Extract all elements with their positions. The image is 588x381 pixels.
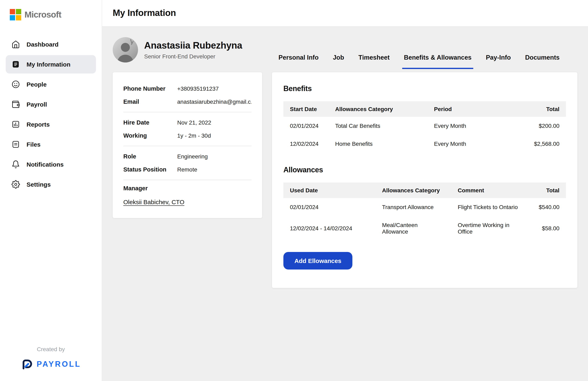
gear-icon xyxy=(11,180,20,189)
tab-benefits-allowances[interactable]: Benefits & Allowances xyxy=(402,54,473,69)
allowances-table: Used Date Allowances Category Comment To… xyxy=(283,183,566,240)
field-value: +380935191237 xyxy=(177,85,252,92)
app-window: Microsoft Dashboard My Information Peopl xyxy=(0,0,588,381)
column-header: Allowances Category xyxy=(329,101,427,117)
cell: 02/01/2024 xyxy=(283,198,376,216)
field-value: Nov 21, 2022 xyxy=(177,119,252,126)
field-role: Role Engineering xyxy=(123,150,252,163)
cell: $58.00 xyxy=(532,216,566,240)
benefits-allowances-card: Benefits Start Date Allowances Category … xyxy=(272,72,577,288)
content: Anastasiia Rubezhyna Senior Front-End De… xyxy=(102,26,588,298)
field-label: Email xyxy=(123,98,177,105)
field-status-position: Status Position Remote xyxy=(123,163,252,176)
microsoft-logo-text: Microsoft xyxy=(24,10,61,20)
field-email: Email anastasiarubezhina@gmail.c... xyxy=(123,95,252,108)
info-card: Phone Number +380935191237 Email anastas… xyxy=(113,72,262,218)
manager-link[interactable]: Oleksii Babichev, CTO xyxy=(123,198,184,205)
sidebar-item-label: People xyxy=(26,81,46,88)
payroll-logo: PAYROLL xyxy=(0,358,102,370)
cell: Every Month xyxy=(427,117,504,135)
avatar xyxy=(113,37,138,63)
created-by-text: Created by xyxy=(0,346,102,352)
cell: $200.00 xyxy=(504,117,566,135)
divider xyxy=(123,146,252,146)
wallet-icon xyxy=(11,100,20,109)
sidebar-nav: Dashboard My Information People Payroll xyxy=(0,35,102,193)
bell-icon xyxy=(11,160,20,169)
profile-text: Anastasiia Rubezhyna Senior Front-End De… xyxy=(144,40,242,60)
sidebar-item-settings[interactable]: Settings xyxy=(6,175,96,193)
cell: Flight Tickets to Ontario xyxy=(451,198,532,216)
tab-personal-info[interactable]: Personal Info xyxy=(277,54,320,69)
sidebar-item-reports[interactable]: Reports xyxy=(6,115,96,133)
sidebar-item-notifications[interactable]: Notifications xyxy=(6,155,96,173)
cell: 12/02/2024 - 14/02/2024 xyxy=(283,216,376,240)
bar-chart-icon xyxy=(11,120,20,129)
profile-job-title: Senior Front-End Developer xyxy=(144,53,242,60)
field-value: Engineering xyxy=(177,153,252,160)
cell: $540.00 xyxy=(532,198,566,216)
cell: Total Car Benefits xyxy=(329,117,427,135)
cell: Transport Allowance xyxy=(376,198,451,216)
sidebar-item-label: Files xyxy=(26,141,41,148)
microsoft-logo: Microsoft xyxy=(0,0,102,28)
allowances-heading: Allowances xyxy=(283,166,566,174)
field-label: Status Position xyxy=(123,166,177,173)
sidebar-item-my-information[interactable]: My Information xyxy=(6,55,96,73)
benefits-table: Start Date Allowances Category Period To… xyxy=(283,101,566,153)
table-row: 02/01/2024 Transport Allowance Flight Ti… xyxy=(283,198,566,216)
payroll-logo-icon xyxy=(21,358,33,370)
field-value: 1y - 2m - 30d xyxy=(177,132,252,139)
sidebar-item-label: My Information xyxy=(26,61,70,68)
add-allowances-button[interactable]: Add Ellowances xyxy=(283,252,352,270)
microsoft-logo-icon xyxy=(10,9,21,21)
cell: Every Month xyxy=(427,135,504,153)
column-header: Period xyxy=(427,101,504,117)
sidebar-item-files[interactable]: Files xyxy=(6,135,96,153)
column-header: Total xyxy=(504,101,566,117)
table-header-row: Start Date Allowances Category Period To… xyxy=(283,101,566,117)
divider xyxy=(123,112,252,112)
sidebar-item-label: Reports xyxy=(26,121,50,128)
field-label: Hire Date xyxy=(123,119,177,126)
manager-label: Manager xyxy=(123,185,252,191)
journal-icon xyxy=(11,60,20,69)
field-label: Role xyxy=(123,153,177,160)
column-header: Start Date xyxy=(283,101,329,117)
cell: Meal/Canteen Allowance xyxy=(376,216,451,240)
tab-job[interactable]: Job xyxy=(331,54,346,69)
sidebar-item-label: Dashboard xyxy=(26,41,59,48)
sidebar-item-people[interactable]: People xyxy=(6,75,96,93)
home-icon xyxy=(11,40,20,49)
column-header: Total xyxy=(532,183,566,198)
field-working: Working 1y - 2m - 30d xyxy=(123,129,252,142)
cell: Home Benefits xyxy=(329,135,427,153)
cell: 02/01/2024 xyxy=(283,117,329,135)
sidebar-item-label: Payroll xyxy=(26,101,47,108)
table-row: 02/01/2024 Total Car Benefits Every Mont… xyxy=(283,117,566,135)
tab-documents[interactable]: Documents xyxy=(524,54,561,69)
sidebar-item-payroll[interactable]: Payroll xyxy=(6,95,96,113)
profile-name: Anastasiia Rubezhyna xyxy=(144,40,242,51)
payroll-logo-text: PAYROLL xyxy=(37,360,81,369)
table-row: 12/02/2024 Home Benefits Every Month $2,… xyxy=(283,135,566,153)
sidebar-item-label: Settings xyxy=(26,181,51,188)
field-label: Phone Number xyxy=(123,85,177,92)
tab-timesheet[interactable]: Timesheet xyxy=(357,54,391,69)
column-header: Allowances Category xyxy=(376,183,451,198)
profile-block: Anastasiia Rubezhyna Senior Front-End De… xyxy=(113,37,262,69)
field-label: Working xyxy=(123,132,177,139)
field-value: anastasiarubezhina@gmail.c... xyxy=(177,98,252,105)
tab-pay-info[interactable]: Pay-Info xyxy=(484,54,512,69)
main-area: My Information Anastasiia Rubezhyna Seni… xyxy=(102,0,588,381)
divider xyxy=(123,180,252,180)
sidebar-footer: Created by PAYROLL xyxy=(0,346,102,381)
cell: $2,568.00 xyxy=(504,135,566,153)
sidebar-item-dashboard[interactable]: Dashboard xyxy=(6,35,96,54)
table-header-row: Used Date Allowances Category Comment To… xyxy=(283,183,566,198)
column-header: Comment xyxy=(451,183,532,198)
tab-bar: Personal Info Job Timesheet Benefits & A… xyxy=(272,54,577,69)
field-hire-date: Hire Date Nov 21, 2022 xyxy=(123,116,252,129)
page-title: My Information xyxy=(113,8,176,18)
smiley-icon xyxy=(11,80,20,89)
